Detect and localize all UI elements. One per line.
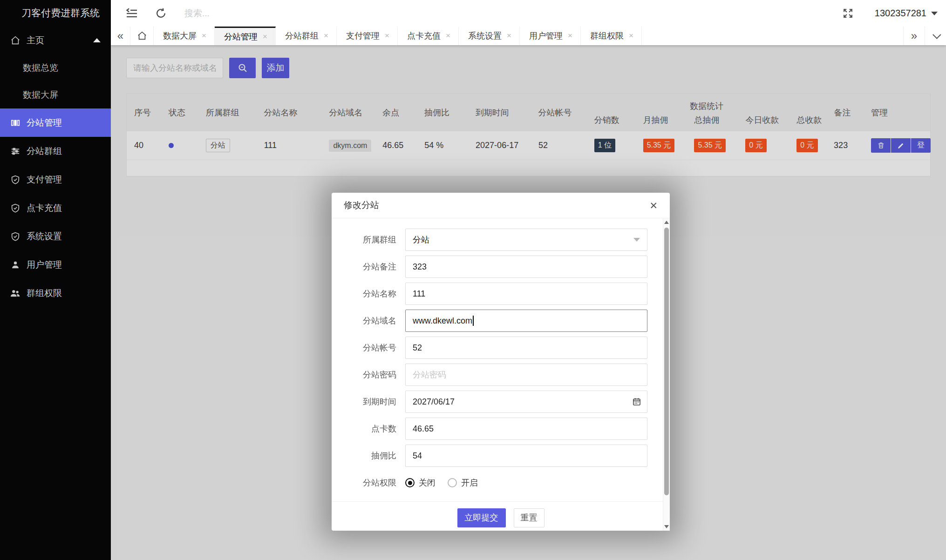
chevron-down-icon	[932, 30, 941, 39]
modal-body: 所属群组 分站 分站备注 分站名称 分站域名 www.dkewl.com	[332, 218, 670, 531]
sidebar-item-label: 主页	[27, 34, 44, 47]
sidebar-item-label: 分站管理	[27, 117, 62, 129]
tab-label: 用户管理	[529, 30, 563, 41]
radio-selected-icon	[405, 478, 415, 487]
sidebar-item-label: 用户管理	[27, 259, 62, 271]
tab-system-settings[interactable]: 系统设置 ×	[459, 27, 520, 45]
tab-substation-group[interactable]: 分站群组 ×	[276, 27, 337, 45]
tabs-scroll-right-button[interactable]: »	[903, 27, 925, 45]
user-id: 1302357281	[875, 8, 926, 19]
field-label: 分站权限	[332, 477, 396, 488]
form-row-domain: 分站域名 www.dkewl.com	[332, 310, 670, 332]
field-label: 分站域名	[332, 315, 396, 326]
refresh-icon[interactable]	[154, 7, 168, 20]
tabs-menu-button[interactable]	[925, 27, 946, 45]
group-select[interactable]: 分站	[405, 229, 647, 251]
shield-check-icon	[9, 174, 21, 186]
points-field[interactable]	[413, 424, 640, 434]
name-field[interactable]	[413, 289, 640, 299]
close-icon[interactable]: ✕	[649, 201, 658, 210]
calendar-icon[interactable]	[632, 397, 641, 406]
tab-home[interactable]	[130, 27, 154, 45]
sidebar-item-label: 数据大屏	[23, 89, 58, 101]
sidebar-item-user-manage[interactable]: 用户管理	[0, 250, 111, 279]
sidebar: 刀客付费进群系统 主页 数据总览 数据大屏 分站管理 分站群组 支付管理 点	[0, 0, 111, 560]
close-tab-icon[interactable]: ×	[200, 31, 208, 40]
form-row-password: 分站密码	[332, 364, 670, 386]
sidebar-item-data-overview[interactable]: 数据总览	[0, 54, 111, 81]
triangle-down-icon	[664, 525, 669, 528]
expire-date-field[interactable]	[405, 391, 647, 413]
tab-label: 群组权限	[590, 30, 624, 41]
collapse-menu-icon[interactable]	[125, 7, 139, 20]
group-select-value: 分站	[413, 234, 429, 245]
password-field[interactable]	[413, 370, 640, 380]
sidebar-item-substation-manage[interactable]: 分站管理	[0, 108, 111, 137]
remark-field[interactable]	[413, 262, 640, 272]
close-tab-icon[interactable]: ×	[627, 31, 635, 40]
reset-button[interactable]: 重置	[514, 508, 544, 527]
radio-label: 开启	[461, 477, 478, 488]
close-tab-icon[interactable]: ×	[322, 31, 330, 40]
users-icon	[9, 287, 21, 299]
global-search-input[interactable]	[184, 8, 380, 19]
tabs-scroll-left-button[interactable]: «	[111, 27, 130, 45]
sidebar-item-substation-group[interactable]: 分站群组	[0, 137, 111, 165]
scroll-down-button[interactable]	[664, 523, 669, 531]
scroll-up-button[interactable]	[664, 218, 669, 226]
radio-permission-off[interactable]: 关闭	[405, 477, 436, 488]
close-tab-icon[interactable]: ×	[566, 31, 574, 40]
domain-field[interactable]: www.dkewl.com	[405, 310, 647, 332]
form-row-expire: 到期时间	[332, 391, 670, 413]
radio-permission-on[interactable]: 开启	[448, 477, 478, 488]
shield-check-icon	[9, 202, 21, 214]
expire-date-input[interactable]	[413, 397, 640, 407]
sidebar-item-home[interactable]: 主页	[0, 26, 111, 54]
user-menu[interactable]: 1302357281	[875, 8, 938, 19]
sidebar-item-card-recharge[interactable]: 点卡充值	[0, 194, 111, 222]
sidebar-item-payment-manage[interactable]: 支付管理	[0, 165, 111, 194]
sidebar-item-system-settings[interactable]: 系统设置	[0, 222, 111, 250]
field-label: 分站帐号	[332, 342, 396, 353]
scrollbar-thumb[interactable]	[664, 228, 669, 495]
sidebar-item-group-permission[interactable]: 群组权限	[0, 279, 111, 307]
sidebar-item-data-screen[interactable]: 数据大屏	[0, 81, 111, 108]
sidebar-item-label: 群组权限	[27, 287, 62, 299]
tab-substation-manage[interactable]: 分站管理 ×	[215, 27, 276, 45]
scrollbar-track[interactable]	[663, 226, 670, 523]
tab-payment-manage[interactable]: 支付管理 ×	[337, 27, 398, 45]
sidebar-item-label: 数据总览	[23, 62, 58, 74]
tab-group-permission[interactable]: 群组权限 ×	[581, 27, 642, 45]
tab-user-manage[interactable]: 用户管理 ×	[520, 27, 581, 45]
field-label: 抽佣比	[332, 450, 396, 461]
triangle-up-icon	[664, 221, 669, 224]
app-title: 刀客付费进群系统	[0, 0, 111, 26]
field-label: 点卡数	[332, 423, 396, 434]
account-field[interactable]	[413, 343, 640, 353]
edit-substation-modal: 修改分站 ✕ 所属群组 分站 分站备注 分站名称 分站域名	[332, 193, 670, 531]
tab-data-screen[interactable]: 数据大屏 ×	[154, 27, 215, 45]
modal-form: 所属群组 分站 分站备注 分站名称 分站域名 www.dkewl.com	[332, 218, 670, 531]
form-row-group: 所属群组 分站	[332, 229, 670, 251]
tabbar: « 数据大屏 × 分站管理 × 分站群组 × 支付管理 × 点卡充值 × 系统设…	[111, 27, 946, 45]
domain-field-value: www.dkewl.com	[413, 316, 472, 326]
close-tab-icon[interactable]: ×	[505, 31, 513, 40]
close-tab-icon[interactable]: ×	[261, 32, 269, 41]
form-row-name: 分站名称	[332, 283, 670, 305]
tab-card-recharge[interactable]: 点卡充值 ×	[398, 27, 459, 45]
rate-field[interactable]	[413, 451, 640, 461]
sidebar-item-label: 分站群组	[27, 145, 62, 157]
sidebar-item-label: 系统设置	[27, 230, 62, 243]
fullscreen-icon[interactable]	[841, 7, 855, 20]
modal-title: 修改分站	[344, 199, 379, 211]
field-label: 分站名称	[332, 288, 396, 299]
modal-scrollbar[interactable]	[663, 218, 670, 531]
close-tab-icon[interactable]: ×	[444, 31, 452, 40]
chevron-up-icon	[93, 38, 101, 42]
submit-button[interactable]: 立即提交	[457, 508, 506, 527]
close-tab-icon[interactable]: ×	[383, 31, 391, 40]
form-row-remark: 分站备注	[332, 256, 670, 278]
field-label: 所属群组	[332, 234, 396, 245]
form-row-rate: 抽佣比	[332, 445, 670, 467]
sidebar-item-label: 支付管理	[27, 174, 62, 186]
